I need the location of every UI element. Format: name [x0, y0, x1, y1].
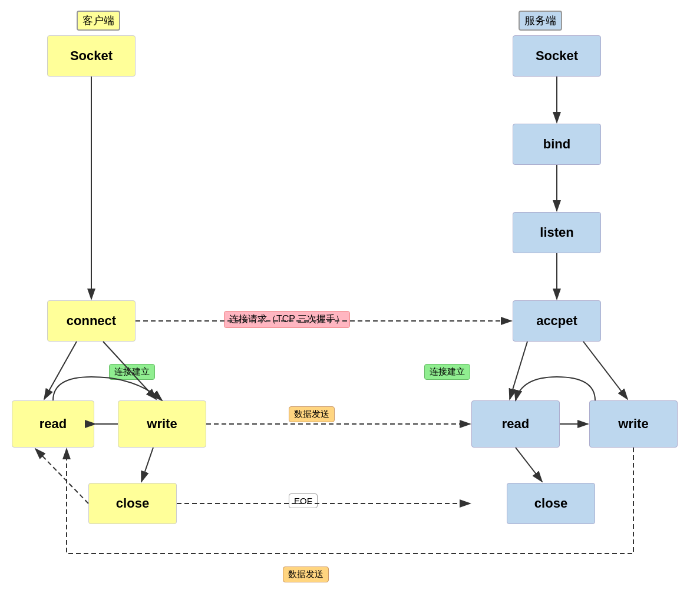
eof-label: EOF	[289, 493, 318, 508]
server-label: 服务端	[519, 11, 562, 31]
svg-line-7	[44, 342, 77, 399]
svg-line-14	[516, 448, 542, 482]
data-send-bottom-label: 数据发送	[283, 567, 329, 582]
server-accept-box: accpet	[513, 300, 601, 342]
svg-line-16	[141, 448, 153, 482]
server-read-box: read	[471, 400, 560, 448]
server-close-box: close	[507, 483, 595, 524]
client-socket-box: Socket	[47, 35, 136, 77]
svg-line-10	[583, 342, 628, 399]
client-connect-box: connect	[47, 300, 136, 342]
server-write-box: write	[589, 400, 678, 448]
svg-line-15	[35, 449, 88, 503]
server-socket-box: Socket	[513, 35, 601, 77]
data-send-label: 数据发送	[289, 406, 335, 422]
client-read-box: read	[12, 400, 94, 448]
svg-line-9	[510, 342, 527, 399]
client-close-box: close	[88, 483, 177, 524]
server-bind-box: bind	[513, 124, 601, 165]
conn-label-client: 连接建立	[109, 364, 155, 380]
client-write-box: write	[118, 400, 206, 448]
conn-label-server: 连接建立	[424, 364, 470, 380]
server-listen-box: listen	[513, 212, 601, 253]
diagram: 客户端 服务端 Socket Socket bind listen accpet…	[0, 0, 700, 593]
client-label: 客户端	[77, 11, 120, 31]
tcp-label: 连接请求（TCP 三次握手）	[224, 311, 350, 328]
